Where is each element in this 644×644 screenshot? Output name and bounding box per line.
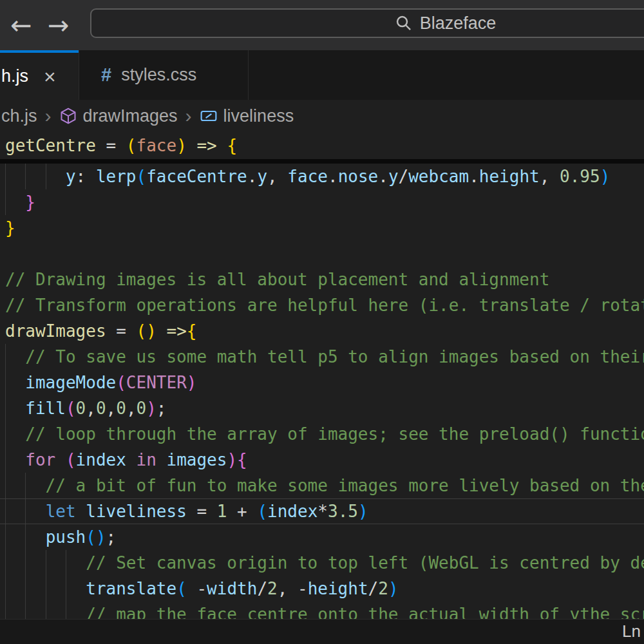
code-token: .: [378, 167, 388, 186]
code-token: [126, 450, 137, 469]
tab-label: h.js: [1, 66, 28, 86]
code-line[interactable]: fill(0,0,0,0);: [0, 395, 644, 421]
code-line[interactable]: [0, 241, 644, 267]
css-file-icon: #: [101, 64, 111, 86]
code-token: ,: [267, 167, 287, 186]
code-token: 0: [96, 399, 106, 418]
code-token: lerp: [96, 167, 137, 186]
code-token: +: [227, 502, 257, 521]
code-line[interactable]: imageMode(CENTER): [0, 370, 644, 395]
code-token: // Transform operations are helpful here…: [5, 296, 644, 315]
code-token: [187, 136, 197, 155]
command-center-search[interactable]: Blazeface: [90, 8, 644, 38]
symbol-method-icon: [59, 107, 77, 125]
code-token: [156, 450, 167, 469]
code-lines: y: lerp(faceCentre.y, face.nose.y/webcam…: [0, 164, 644, 627]
code-token: .: [469, 167, 479, 186]
forward-button[interactable]: →: [48, 10, 70, 40]
code-token: /: [399, 167, 409, 186]
titlebar: ← → Blazeface: [0, 0, 644, 50]
code-line[interactable]: y: lerp(faceCentre.y, face.nose.y/webcam…: [0, 164, 644, 189]
tab-sketch-js[interactable]: h.js ×: [0, 50, 79, 100]
sticky-line[interactable]: getCentre = (face) => {: [0, 132, 644, 159]
breadcrumb-member[interactable]: liveliness: [223, 106, 294, 126]
code-token: 1: [217, 502, 227, 521]
code-token: {: [187, 321, 197, 341]
code-token: index: [267, 502, 317, 521]
code-line-current[interactable]: let liveliness = 1 + (index*3.5): [0, 498, 644, 524]
sticky-shadow: [0, 159, 644, 164]
code-token: y: [257, 167, 267, 186]
code-token: width: [207, 579, 257, 598]
code-token: ,: [540, 167, 560, 186]
code-line[interactable]: // Set canvas origin to top left (WebGL …: [0, 550, 644, 576]
code-token: =: [106, 321, 137, 341]
code-token: face: [287, 167, 328, 186]
code-token: =: [96, 136, 126, 155]
code-line[interactable]: // a bit of fun to make some images more…: [0, 473, 644, 498]
code-token: :: [76, 167, 96, 186]
code-token: faceCentre: [146, 167, 247, 186]
code-token: getCentre: [5, 136, 96, 155]
code-token: =>: [196, 136, 216, 155]
code-line[interactable]: }: [0, 189, 644, 215]
code-line[interactable]: drawImages = () =>{: [0, 318, 644, 344]
breadcrumb: ch.js › drawImages › liveliness: [0, 100, 644, 132]
code-token: [5, 502, 46, 521]
code-token: fill: [25, 399, 66, 418]
code-token: ;: [106, 527, 117, 547]
code-token: (: [126, 136, 137, 155]
code-token: -: [187, 579, 207, 598]
code-token: 2: [378, 579, 388, 598]
code-token: y: [66, 167, 76, 186]
code-token: (: [176, 579, 187, 598]
code-token: // Drawing images is all about placement…: [5, 270, 549, 289]
sticky-scroll[interactable]: getCentre = (face) => {: [0, 132, 644, 159]
code-token: *: [317, 502, 328, 521]
breadcrumb-scope[interactable]: drawImages: [83, 106, 178, 126]
close-icon[interactable]: ×: [44, 66, 56, 87]
code-token: (: [116, 373, 126, 392]
code-line[interactable]: // loop through the array of images; see…: [0, 421, 644, 447]
code-line[interactable]: translate( -width/2, -height/2): [0, 576, 644, 601]
code-token: // To save us some math tell p5 to align…: [5, 347, 644, 366]
code-token: (: [66, 399, 76, 418]
code-token: imageMode: [25, 373, 116, 392]
code-line[interactable]: // To save us some math tell p5 to align…: [0, 344, 644, 370]
code-token: 0: [137, 399, 147, 418]
back-button[interactable]: ←: [10, 10, 32, 40]
code-token: // a bit of fun to make some images more…: [5, 476, 644, 495]
code-token: ): [176, 136, 187, 155]
code-token: ): [600, 167, 611, 186]
code-token: ;: [156, 399, 167, 418]
code-line[interactable]: for (index in images){: [0, 447, 644, 473]
code-line[interactable]: push();: [0, 524, 644, 550]
tab-bar: h.js × # styles.css: [0, 50, 644, 100]
code-token: images: [167, 450, 227, 469]
code-token: drawImages: [5, 321, 106, 341]
code-line[interactable]: // Transform operations are helpful here…: [0, 292, 644, 318]
tab-styles-css[interactable]: # styles.css: [79, 50, 249, 100]
code-token: ): [358, 502, 368, 521]
code-token: 0.95: [560, 167, 600, 186]
code-token: webcam: [408, 167, 469, 186]
breadcrumb-file[interactable]: ch.js: [1, 106, 37, 126]
code-token: [76, 502, 86, 521]
code-token: // loop through the array of images; see…: [5, 424, 644, 444]
code-token: liveliness: [86, 502, 187, 521]
status-bar: Ln: [0, 619, 644, 644]
code-line[interactable]: // Drawing images is all about placement…: [0, 267, 644, 292]
code-token: }: [25, 193, 35, 212]
code-token: (: [257, 502, 267, 521]
code-token: =: [187, 502, 217, 521]
code-token: [156, 321, 167, 341]
code-line[interactable]: }: [0, 215, 644, 241]
code-token: 2: [267, 579, 278, 598]
search-value: Blazeface: [420, 14, 497, 33]
code-token: push: [46, 527, 86, 547]
code-token: , -: [278, 579, 308, 598]
editor[interactable]: y: lerp(faceCentre.y, face.nose.y/webcam…: [0, 164, 644, 644]
code-token: face: [137, 136, 177, 155]
cursor-position-indicator[interactable]: Ln: [622, 621, 641, 641]
code-token: ,: [106, 399, 117, 418]
